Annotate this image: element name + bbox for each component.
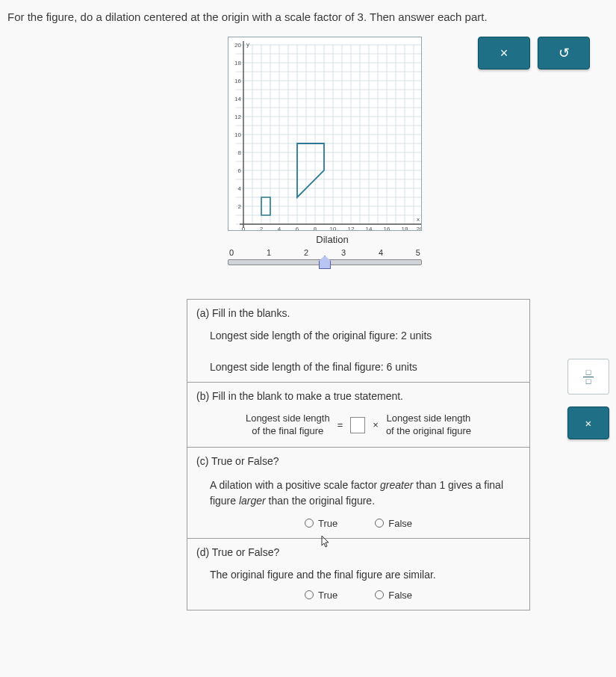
qd-true[interactable]: True xyxy=(305,590,337,601)
refresh-icon: ↺ xyxy=(559,45,570,61)
svg-text:8: 8 xyxy=(238,149,242,156)
radio-icon xyxy=(305,519,314,528)
qb-left: Longest side lengthof the final figure xyxy=(246,412,330,438)
slider-track[interactable] xyxy=(228,259,422,265)
svg-text:12: 12 xyxy=(234,114,241,120)
qb-right: Longest side lengthof the original figur… xyxy=(386,412,471,438)
slider-thumb[interactable] xyxy=(319,256,331,269)
svg-text:14: 14 xyxy=(234,96,241,102)
times-sign: × xyxy=(373,419,379,430)
svg-text:4: 4 xyxy=(238,185,242,192)
qd-false[interactable]: False xyxy=(375,590,412,601)
qd-options: True False xyxy=(196,590,520,601)
svg-text:10: 10 xyxy=(234,132,241,138)
radio-icon xyxy=(305,590,314,599)
svg-text:16: 16 xyxy=(384,226,391,231)
close-button[interactable]: × xyxy=(478,37,530,69)
svg-text:20: 20 xyxy=(417,226,422,231)
fraction-tool[interactable]: □ □ xyxy=(567,359,609,395)
fraction-icon: □ □ xyxy=(583,368,594,386)
qa-line2: Longest side length of the final figure:… xyxy=(196,361,520,373)
qd-head: (d) True or False? xyxy=(196,546,520,558)
scale-factor-input[interactable] xyxy=(350,417,365,433)
qc-head: (c) True or False? xyxy=(196,455,520,467)
qc-options: True False xyxy=(196,518,520,529)
qd-body: The original figure and the final figure… xyxy=(196,569,520,581)
svg-text:4: 4 xyxy=(278,226,281,231)
svg-text:18: 18 xyxy=(234,60,241,67)
question-a: (a) Fill in the blanks. Longest side len… xyxy=(187,300,529,383)
qc-true[interactable]: True xyxy=(305,518,337,529)
reset-button[interactable]: ↺ xyxy=(538,37,590,69)
qc-body: A dilation with a positive scale factor … xyxy=(196,477,520,509)
question-c: (c) True or False? A dilation with a pos… xyxy=(187,448,529,539)
graph-section: x y 2018161412108642 02468101214161820 D… xyxy=(228,37,437,265)
svg-text:0: 0 xyxy=(242,226,246,231)
svg-text:12: 12 xyxy=(348,226,355,231)
svg-text:14: 14 xyxy=(366,226,373,231)
svg-text:10: 10 xyxy=(330,226,337,231)
svg-text:6: 6 xyxy=(296,226,299,231)
svg-text:2: 2 xyxy=(260,226,264,231)
question-prompt: For the figure, do a dilation centered a… xyxy=(0,0,616,37)
clear-button[interactable]: × xyxy=(567,406,609,439)
side-toolbox: □ □ × xyxy=(567,359,609,439)
svg-text:2: 2 xyxy=(238,203,242,210)
grid-svg: x y 2018161412108642 02468101214161820 xyxy=(228,37,422,231)
qb-equation: Longest side lengthof the final figure =… xyxy=(196,412,520,438)
svg-text:y: y xyxy=(246,41,249,48)
close-icon: × xyxy=(500,46,508,61)
question-b: (b) Fill in the blank to make a true sta… xyxy=(187,383,529,448)
qc-false[interactable]: False xyxy=(375,518,412,529)
svg-text:8: 8 xyxy=(314,226,317,231)
radio-icon xyxy=(375,590,384,599)
coordinate-grid[interactable]: x y 2018161412108642 02468101214161820 xyxy=(228,37,422,231)
qb-head: (b) Fill in the blank to make a true sta… xyxy=(196,390,520,402)
qa-head: (a) Fill in the blanks. xyxy=(196,307,520,319)
dilation-slider[interactable]: 012345 xyxy=(228,248,422,265)
radio-icon xyxy=(375,519,384,528)
question-d: (d) True or False? The original figure a… xyxy=(187,539,529,610)
equals-sign: = xyxy=(337,419,343,430)
svg-text:6: 6 xyxy=(238,167,242,174)
svg-text:x: x xyxy=(417,216,420,223)
svg-text:20: 20 xyxy=(234,42,241,49)
svg-text:16: 16 xyxy=(234,78,241,84)
qa-line1: Longest side length of the original figu… xyxy=(196,330,520,341)
questions-panel: (a) Fill in the blanks. Longest side len… xyxy=(187,299,530,610)
x-icon: × xyxy=(585,417,592,430)
svg-text:18: 18 xyxy=(402,226,408,231)
dilation-label: Dilation xyxy=(228,234,437,245)
action-buttons: × ↺ xyxy=(478,37,590,69)
answer-a1: 2 xyxy=(401,330,407,341)
